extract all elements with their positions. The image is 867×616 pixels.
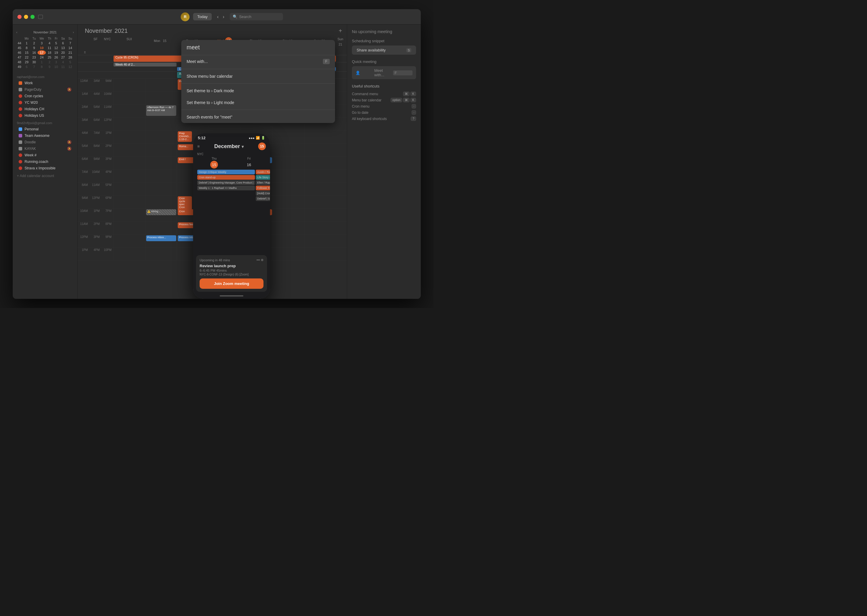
phone-fri-events: Austin / Raphael 1:1 Life Story — MJ / K… [256, 170, 270, 254]
sidebar-item-yc[interactable]: YC W20 [14, 99, 76, 106]
sidebar-item-doodle[interactable]: Doodle 🔕 [14, 139, 76, 145]
phone-event-weekly-1on1[interactable]: Weekly 1 : 1 Raphael <> Madhu [197, 185, 255, 190]
nav-buttons: ‹ › [215, 13, 226, 21]
phone-screen: 5:12 ●●● 📶 🔋 ≡ December ▾ 15 [193, 133, 270, 299]
right-panel: No upcoming meeting Scheduling snippet S… [347, 25, 421, 299]
phone-time: 5:12 [198, 136, 206, 140]
phone-event-life-story[interactable]: Life Story — MJ / Karlstrom — Raphael 1 [256, 175, 270, 180]
phone-event-ellen[interactable]: Ellen / Raphael 1 [256, 180, 270, 185]
sidebar-item-pagerduty[interactable]: PagerDuty 🔕 [14, 86, 76, 93]
minimize-button[interactable] [24, 15, 28, 19]
search-divider-3 [181, 110, 335, 110]
share-availability-button[interactable]: Share availability S [352, 46, 416, 55]
add-event-button[interactable]: + [338, 27, 342, 34]
sidebar-item-holidays-ch[interactable]: Holidays CH [14, 106, 76, 112]
phone-events-grid: Design Critique Weekly Cron stand-up Deb… [193, 170, 270, 254]
phone-upcoming-title: Upcoming in 48 mins ••• ⊕ [200, 258, 263, 262]
prev-button[interactable]: ‹ [215, 13, 220, 21]
phone-event-cron-standup[interactable]: Cron stand-up [197, 175, 255, 180]
hamburger-icon[interactable]: ≡ [197, 144, 200, 149]
calendar-area: November2021 + SF NYC SUI Mon 15 Tue 16 … [78, 25, 347, 299]
phone-event-austin[interactable]: Austin / Raphael 1:1 [256, 170, 270, 174]
meet-with-placeholder: Meet with... [374, 68, 391, 77]
share-kbd: S [406, 48, 411, 52]
doodle-mute-icon: 🔕 [67, 140, 72, 144]
search-result-menu-bar[interactable]: Show menu bar calendar [181, 70, 335, 82]
person-icon: 👤 [356, 71, 372, 75]
event-afternoon-run[interactable]: Afternoon Run — 4x 7 min 8–9:07 AM [146, 105, 176, 116]
allday-week46[interactable]: Week 46 of 2... [113, 63, 176, 66]
mini-cal-prev[interactable]: ‹ [16, 30, 17, 34]
kayak-mute-icon: 🔕 [67, 147, 72, 151]
pagerduty-color-dot [19, 88, 22, 91]
search-icon: 🔍 [233, 14, 238, 19]
meet-input[interactable]: 👤 Meet with... F [352, 66, 416, 79]
maximize-button[interactable] [30, 15, 35, 19]
running-dot [19, 160, 22, 163]
sidebar-item-kayak[interactable]: KAYAK 🔕 [14, 145, 76, 152]
sidebar-item-holidays-us[interactable]: Holidays US [14, 112, 76, 119]
col-sf: SF [90, 36, 101, 49]
shortcut-all-keyboard: All keyboard shortcuts ? [352, 116, 416, 122]
phone-event-follower-friday[interactable]: Follower Friday [256, 185, 270, 190]
search-result-light-mode[interactable]: Set theme to › Light mode [181, 97, 335, 108]
sidebar-toggle[interactable] [38, 15, 43, 19]
today-button[interactable]: Today [193, 13, 212, 20]
shortcut-go-to-date: Go to date · [352, 109, 416, 116]
mini-cal-header: ‹ November 2021 › [16, 30, 74, 34]
upcoming-label: No upcoming meeting [352, 29, 416, 34]
search-input[interactable] [187, 44, 330, 51]
account1-label: raphael@cron.com [13, 73, 77, 80]
main-layout: ‹ November 2021 › Mo Tu We Th Fr Sa [13, 25, 421, 299]
phone-thu-col: Thu 15 [197, 157, 231, 168]
sidebar-item-running[interactable]: Running.coach [14, 159, 76, 165]
next-button[interactable]: › [221, 13, 226, 21]
phone-home-indicator [193, 293, 270, 299]
sidebar-item-strava[interactable]: Strava x Impossible [14, 165, 76, 171]
event-process-inbox-wed[interactable]: Process inbox... [146, 235, 176, 241]
holidays-us-dot [19, 114, 22, 117]
quick-meeting-section: Quick meeting 👤 Meet with... F [352, 60, 416, 79]
strava-dot [19, 167, 22, 170]
event-prep-change[interactable]: Prep CHANG... 1:15-2... [178, 131, 192, 142]
phone-event-debrief-eng[interactable]: Debrief | Engineering Manager, Core Prod… [197, 180, 255, 185]
cal-header: November2021 + [78, 25, 347, 36]
phone-event-hold-cron[interactable]: [Hold] Cron Integration Update Async [256, 191, 270, 196]
search-bar[interactable]: 🔍 Search [230, 13, 283, 20]
sidebar-item-personal[interactable]: Personal [14, 126, 76, 132]
shortcuts-title: Useful shortcuts [352, 84, 416, 88]
col-mon15: Mon 15 [145, 36, 177, 49]
mini-cal-grid: Mo Tu We Th Fr Sa Su 44 1234567 [16, 36, 74, 69]
avatar: R [181, 13, 190, 21]
phone-event-debrief-sw[interactable]: Debrief | Software Engineer, Calendar In… [256, 196, 270, 201]
phone-join-button[interactable]: Join Zoom meeting [200, 278, 263, 289]
phone-event-design-critique[interactable]: Design Critique Weekly [197, 170, 255, 174]
sidebar-item-pagerduty-label: PagerDuty [25, 88, 65, 92]
sidebar-item-holidays-us-label: Holidays US [25, 113, 72, 118]
app-window: R Today ‹ › 🔍 Search ‹ November 2021 › [13, 9, 421, 299]
phone-mockup: 5:12 ●●● 📶 🔋 ≡ December ▾ 15 [193, 133, 270, 299]
phone-tz: NYC [197, 152, 203, 156]
close-button[interactable] [17, 15, 22, 19]
add-account-button[interactable]: + Add calendar account [13, 171, 77, 180]
sidebar-item-cron-cycles[interactable]: Cron cycles [14, 93, 76, 99]
mute-icon: 🔕 [67, 88, 72, 92]
phone-day-headers: Thu 15 Fri 16 [193, 157, 270, 170]
shortcut-cron-menu: Cron menu · [352, 103, 416, 109]
sidebar-item-week[interactable]: Week # [14, 152, 76, 159]
phone-date-badge: 15 [258, 143, 266, 150]
mini-cal-next[interactable]: › [73, 30, 74, 34]
phone-tz-row: NYC [193, 152, 270, 157]
event-hiring[interactable]: ⚠️ Hiring... [146, 209, 176, 215]
snippet-section: Scheduling snippet Share availability S [352, 39, 416, 55]
search-result-search-events[interactable]: Search events for "meet" [181, 111, 335, 123]
phone-home-line [220, 295, 243, 297]
mini-cal-title: November 2021 [33, 30, 57, 34]
sidebar-item-kayak-label: KAYAK [25, 147, 65, 151]
sidebar-item-team-awesome[interactable]: Team Awesome [14, 132, 76, 139]
search-result-dark-mode[interactable]: Set theme to › Dark mode [181, 85, 335, 97]
upcoming-section: No upcoming meeting [352, 29, 416, 34]
phone-event-main-title: Review launch prep [200, 264, 263, 268]
search-result-meet-with[interactable]: Meet with... F [181, 55, 335, 68]
sidebar-item-work[interactable]: Work [14, 80, 76, 86]
